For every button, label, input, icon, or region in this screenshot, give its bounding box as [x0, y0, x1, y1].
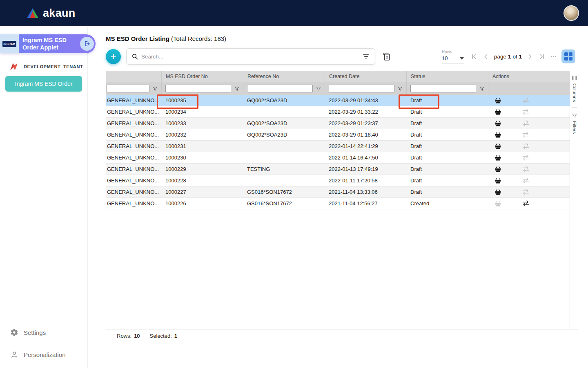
transfer-icon[interactable] — [522, 97, 530, 103]
cell-reference-no — [243, 106, 325, 117]
basket-icon[interactable] — [494, 166, 501, 173]
filter-input-order-no[interactable] — [165, 85, 231, 92]
exit-applet-button[interactable] — [80, 37, 94, 51]
cell-actions — [488, 198, 570, 209]
filter-list-icon[interactable] — [362, 54, 370, 60]
cell-order-no: 1000232 — [161, 129, 243, 140]
page-title: MS ESD Order Listing (Total Records: 183… — [106, 35, 579, 42]
brand: akaun — [27, 7, 76, 20]
applet-header[interactable]: INGRAM Ingram MS ESD Order Applet — [0, 34, 96, 53]
funnel-icon[interactable] — [316, 86, 321, 91]
multi-select-button[interactable]: 2 — [382, 52, 391, 61]
table-row[interactable]: GENERAL_UNKNO... 1000230 2022-01-14 16:4… — [106, 152, 570, 164]
cell-created-date: 2022-01-13 17:49:19 — [325, 164, 406, 175]
filter-input-status[interactable] — [410, 85, 476, 92]
grid-view-button[interactable] — [561, 49, 575, 63]
filter-input-entity[interactable] — [107, 85, 149, 92]
funnel-icon[interactable] — [234, 86, 239, 91]
add-button[interactable]: + — [106, 49, 121, 64]
cell-entity: GENERAL_UNKNO... — [106, 198, 161, 209]
transfer-icon[interactable] — [522, 200, 530, 206]
column-header-entity[interactable] — [106, 71, 161, 82]
table-row[interactable]: GENERAL_UNKNO... 1000233 GQ002*SOA23D 20… — [106, 118, 570, 129]
basket-icon[interactable] — [494, 177, 501, 184]
chevron-down-icon — [460, 57, 464, 60]
basket-icon[interactable] — [494, 155, 501, 161]
last-page-button[interactable] — [538, 53, 546, 61]
filter-cell-actions — [488, 82, 570, 95]
tenant-icon — [9, 62, 19, 72]
module-button-ingram-ms-esd-order[interactable]: Ingram MS ESD Order — [5, 76, 82, 92]
table-row[interactable]: GENERAL_UNKNO... 1000231 2022-01-14 22:4… — [106, 141, 570, 152]
cell-order-no: 1000233 — [161, 118, 243, 129]
table-row[interactable]: GENERAL_UNKNO... 1000228 2022-01-11 17:2… — [106, 175, 570, 186]
column-header-reference-no[interactable]: Reference No — [243, 71, 325, 82]
cell-entity: GENERAL_UNKNO... — [106, 129, 161, 140]
cell-reference-no — [243, 152, 325, 163]
search-input[interactable] — [141, 54, 362, 60]
basket-icon[interactable] — [494, 120, 501, 127]
basket-icon[interactable] — [494, 200, 501, 207]
funnel-icon[interactable] — [479, 86, 484, 91]
transfer-icon[interactable] — [522, 109, 530, 115]
column-header-actions[interactable]: Actions — [488, 71, 570, 82]
footer-rows-label: Rows: — [117, 333, 131, 339]
table-row[interactable]: GENERAL_UNKNO... 1000234 2022-03-29 01:3… — [106, 106, 570, 118]
sidebar-item-personalization[interactable]: Personalization — [0, 348, 88, 361]
basket-icon[interactable] — [494, 132, 501, 138]
first-page-button[interactable] — [470, 53, 478, 61]
prev-page-button[interactable] — [482, 53, 490, 61]
sidebar-item-settings[interactable]: Settings — [0, 326, 88, 339]
basket-icon[interactable] — [494, 97, 501, 104]
columns-tab[interactable]: Columns — [572, 76, 577, 108]
basket-icon[interactable] — [494, 189, 501, 195]
table-row[interactable]: GENERAL_UNKNO... 1000232 GQ002*SOA23D 20… — [106, 129, 570, 141]
cell-actions — [488, 175, 570, 186]
user-avatar[interactable] — [564, 5, 579, 21]
transfer-icon[interactable] — [522, 143, 530, 149]
table-row[interactable]: GENERAL_UNKNO... 1000229 TESTING 2022-01… — [106, 164, 570, 175]
transfer-icon[interactable] — [522, 177, 530, 184]
column-header-created-date[interactable]: Created Date — [325, 71, 406, 82]
table-filter-row — [106, 82, 570, 95]
table-row[interactable]: GENERAL_UNKNO... 1000226 GS016*SON17672 … — [106, 198, 570, 209]
transfer-icon[interactable] — [522, 155, 530, 161]
next-page-button[interactable] — [526, 53, 534, 61]
filters-tab[interactable]: Filters — [572, 113, 577, 139]
table-header-row: MS ESD Order No Reference No Created Dat… — [106, 71, 570, 82]
cell-order-no: 1000231 — [161, 141, 243, 152]
filter-input-reference-no[interactable] — [247, 85, 313, 92]
basket-icon[interactable] — [494, 109, 501, 115]
footer-selected-label: Selected: — [150, 333, 172, 339]
columns-icon — [572, 76, 577, 81]
cell-entity: GENERAL_UNKNO... — [106, 175, 161, 186]
transfer-icon[interactable] — [522, 189, 530, 195]
filter-input-created-date[interactable] — [329, 85, 394, 92]
transfer-icon[interactable] — [522, 166, 530, 172]
page-indicator: page 1 of 1 — [494, 54, 522, 60]
basket-icon[interactable] — [494, 143, 501, 150]
cell-actions — [488, 164, 570, 175]
more-options-button[interactable]: ... — [550, 52, 557, 61]
sidebar: INGRAM Ingram MS ESD Order Applet DEVELO… — [0, 26, 88, 368]
cell-created-date: 2022-01-14 16:47:50 — [325, 152, 406, 163]
cell-status: Draft — [406, 164, 488, 175]
cell-actions — [488, 186, 570, 197]
table-footer: Rows: 10 Selected: 1 — [106, 330, 579, 342]
rows-per-page-select[interactable]: Rows 10 — [442, 49, 464, 63]
transfer-icon[interactable] — [522, 120, 530, 126]
table-row[interactable]: GENERAL_UNKNO... 1000235 GQ002*SOA23D 20… — [106, 95, 570, 106]
cell-created-date: 2022-03-29 01:18:40 — [325, 129, 406, 140]
search-box — [126, 48, 375, 65]
cell-created-date: 2022-03-29 01:34:43 — [325, 95, 406, 106]
funnel-icon[interactable] — [153, 86, 158, 91]
transfer-icon[interactable] — [522, 132, 530, 138]
grid-icon — [564, 52, 573, 61]
tenant-selector[interactable]: DEVELOPMENT_TENANT — [0, 61, 88, 73]
column-header-order-no[interactable]: MS ESD Order No — [161, 71, 243, 82]
table-row[interactable]: GENERAL_UNKNO... 1000227 GS016*SON17672 … — [106, 186, 570, 198]
column-header-status[interactable]: Status — [406, 71, 488, 82]
settings-label: Settings — [24, 329, 46, 336]
cell-reference-no: GS016*SON17672 — [243, 198, 325, 209]
funnel-icon[interactable] — [398, 86, 403, 91]
